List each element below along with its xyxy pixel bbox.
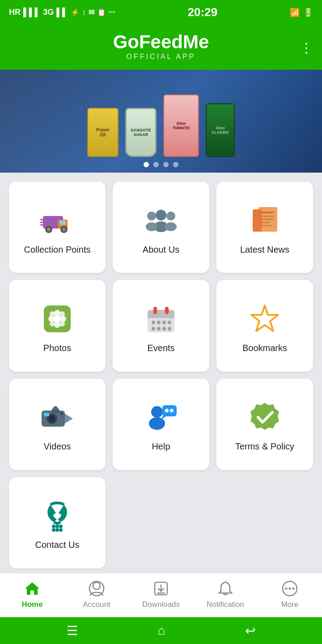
svg-rect-51 [44,413,49,416]
svg-point-40 [162,321,166,324]
app-name: GoFeedMe [113,31,209,53]
svg-rect-18 [260,212,274,213]
oil-package: PowerOil [87,108,119,157]
nav-label-notification: Notification [207,600,244,609]
nav-label-more: More [281,600,299,609]
home-button[interactable]: ⌂ [158,623,165,638]
collection-points-icon [39,203,75,238]
header-menu-button[interactable]: ⋮ [300,39,313,55]
svg-marker-62 [250,403,279,430]
events-label: Events [147,343,174,353]
clip-icon: 📋 [97,8,106,17]
collection-points-label: Collection Points [24,245,91,255]
gino-package: GinoCLASSIC [206,103,235,157]
grid-item-collection-points[interactable]: Collection Points [9,182,106,273]
dot-4[interactable] [173,162,178,167]
svg-rect-21 [260,222,269,223]
svg-point-61 [170,409,174,412]
svg-point-65 [59,525,63,528]
svg-point-38 [152,321,155,324]
grid-item-about-us[interactable]: About Us [113,182,209,273]
svg-point-78 [289,588,291,590]
nav-label-account: Account [83,600,110,609]
grid-item-bookmarks[interactable]: Bookmarks [216,280,313,371]
svg-point-10 [156,210,166,220]
svg-point-68 [59,528,63,532]
svg-point-66 [52,528,55,532]
svg-point-3 [47,228,51,231]
svg-point-14 [166,212,175,220]
nav-item-home[interactable]: Home [0,580,64,609]
nav-label-downloads: Downloads [142,600,180,609]
svg-rect-9 [59,220,66,225]
status-right: 📶 🔋 [290,8,313,17]
status-left: HR ▌▌▌ 3G ▌▌ ⚡ ↕ ✉ 📋 ··· [9,8,115,17]
svg-point-64 [55,525,59,528]
svg-rect-19 [260,216,274,217]
svg-point-63 [52,525,55,528]
network-type: 3G [43,8,54,17]
svg-rect-35 [148,314,174,318]
nfc-icon: ↕ [82,8,86,17]
svg-point-13 [146,222,157,231]
svg-point-12 [147,212,156,220]
grid-item-terms-policy[interactable]: Terms & Policy [216,379,313,470]
about-us-label: About Us [143,245,179,255]
notification-icon [216,580,234,597]
more-icon [281,580,299,597]
grid-item-events[interactable]: Events [113,280,209,371]
svg-point-29 [59,311,65,317]
events-icon [143,301,179,337]
grid-item-videos[interactable]: Videos [9,379,106,470]
banner-dots [144,162,178,167]
svg-rect-36 [153,307,157,314]
svg-point-54 [60,412,63,415]
nav-item-account[interactable]: Account [64,580,129,609]
svg-point-42 [152,327,155,330]
terms-policy-icon [247,399,283,435]
nav-item-downloads[interactable]: Downloads [129,580,193,609]
account-icon [88,580,106,597]
signal-icon: HR [9,8,21,17]
network-bars2: ▌▌ [56,8,68,17]
menu-button[interactable]: ☰ [67,623,78,638]
grid-item-contact-us[interactable]: Contact Us [9,477,106,568]
about-us-icon [143,203,179,238]
dot-1[interactable] [144,162,149,167]
svg-point-31 [59,321,65,326]
nav-item-notification[interactable]: Notification [193,580,258,609]
svg-point-57 [149,417,165,430]
svg-point-32 [53,315,61,323]
grid-item-latest-news[interactable]: Latest News [216,182,313,273]
svg-marker-46 [251,305,278,331]
usb-icon: ⚡ [71,8,80,17]
svg-marker-69 [25,582,39,595]
status-time: 20:29 [188,5,218,19]
svg-rect-58 [162,405,177,416]
mail-icon: ✉ [89,8,94,17]
hero-banner: PowerOil DANGOTESUGAR GinoTOMATO GinoCLA… [0,70,322,173]
app-subtitle: OFFICIAL APP [126,53,195,60]
back-button[interactable]: ↩ [245,623,255,638]
svg-point-15 [165,222,177,231]
svg-point-79 [292,588,295,590]
dot-3[interactable] [163,162,169,167]
bottom-navigation: Home Account Downloads [0,573,322,617]
terms-policy-label: Terms & Policy [235,441,294,452]
tomato-package: GinoTOMATO [163,94,199,157]
svg-point-77 [285,588,288,590]
svg-point-30 [50,321,55,326]
svg-point-41 [168,321,171,324]
svg-point-45 [168,327,171,330]
android-system-bar: ☰ ⌂ ↩ [0,617,322,644]
grid-item-help[interactable]: Help [113,379,209,470]
grid-item-photos[interactable]: Photos [9,280,106,371]
latest-news-label: Latest News [240,245,289,255]
contact-us-icon [39,498,75,534]
svg-point-53 [53,406,58,411]
videos-icon [39,399,75,435]
svg-point-70 [93,582,100,589]
downloads-icon [152,580,170,597]
nav-item-more[interactable]: More [258,580,322,609]
dot-2[interactable] [153,162,159,167]
